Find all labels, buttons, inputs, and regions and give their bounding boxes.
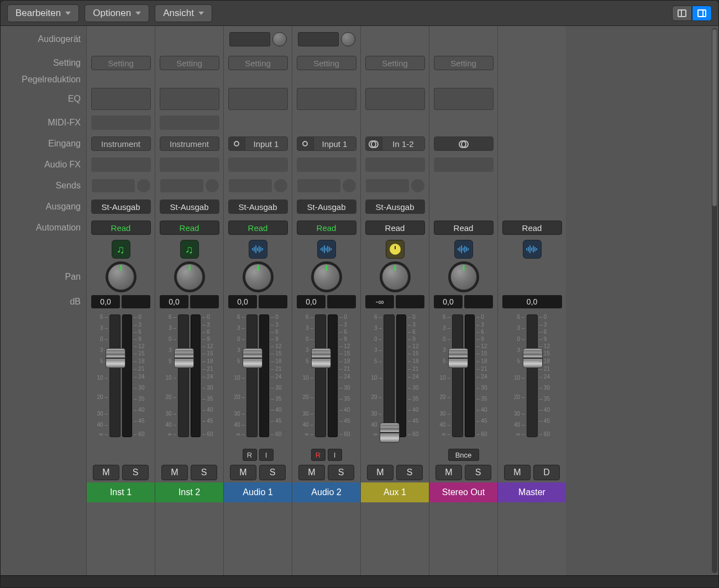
eq-slot[interactable] xyxy=(160,88,219,110)
audio-device-knob[interactable] xyxy=(272,32,287,46)
fader-cap[interactable] xyxy=(448,348,468,368)
view-menu[interactable]: Ansicht xyxy=(155,4,212,22)
track-type-icon[interactable] xyxy=(454,240,473,259)
mute-button[interactable]: M xyxy=(230,465,256,480)
setting-button[interactable]: Setting xyxy=(160,56,219,70)
audiofx-slot[interactable] xyxy=(297,158,356,172)
db-peak[interactable] xyxy=(464,295,493,308)
track-type-icon[interactable] xyxy=(523,240,542,259)
automation-mode-button[interactable]: Read xyxy=(434,221,494,235)
input-instrument-button[interactable]: Instrument xyxy=(160,136,219,151)
eq-slot[interactable] xyxy=(365,88,425,110)
track-type-icon[interactable]: ♫ xyxy=(180,240,199,259)
output-button[interactable]: St-Ausgab xyxy=(365,200,425,214)
fader-cap[interactable] xyxy=(174,348,194,368)
bounce-button[interactable]: Bnce xyxy=(448,449,479,461)
input-instrument-button[interactable]: Instrument xyxy=(91,136,151,151)
automation-mode-button[interactable]: Read xyxy=(228,221,288,235)
edit-menu[interactable]: Bearbeiten xyxy=(7,4,79,22)
automation-mode-button[interactable]: Read xyxy=(365,221,425,235)
fader-cap[interactable] xyxy=(380,423,400,443)
audio-device-slot[interactable] xyxy=(229,32,270,46)
setting-button[interactable]: Setting xyxy=(91,56,151,70)
pan-knob[interactable] xyxy=(176,264,203,290)
db-peak[interactable] xyxy=(396,295,424,308)
channel-name-label[interactable]: Master xyxy=(498,482,566,502)
db-value[interactable]: 0,0 xyxy=(160,295,188,308)
channel-name-label[interactable]: Inst 2 xyxy=(155,482,223,502)
fader-track[interactable] xyxy=(527,314,538,437)
track-type-icon[interactable] xyxy=(249,240,267,259)
setting-button[interactable]: Setting xyxy=(297,56,356,70)
send-slot[interactable] xyxy=(366,179,409,192)
automation-mode-button[interactable]: Read xyxy=(502,221,562,235)
input-button[interactable]: Input 1 xyxy=(228,136,288,151)
solo-button[interactable]: S xyxy=(122,465,149,480)
record-enable-button[interactable]: R xyxy=(311,449,326,461)
audiofx-slot[interactable] xyxy=(91,158,151,172)
options-menu[interactable]: Optionen xyxy=(85,4,149,22)
eq-slot[interactable] xyxy=(228,88,288,110)
channel-name-label[interactable]: Aux 1 xyxy=(361,482,429,502)
fader-track[interactable] xyxy=(246,314,258,437)
record-enable-button[interactable]: R xyxy=(243,449,257,461)
audiofx-slot[interactable] xyxy=(365,158,425,172)
output-button[interactable]: St-Ausgab xyxy=(228,200,288,214)
pan-knob[interactable] xyxy=(450,264,477,290)
solo-button[interactable]: S xyxy=(259,465,286,480)
track-type-icon[interactable] xyxy=(317,240,336,259)
send-slot[interactable] xyxy=(297,179,340,192)
fader-track[interactable] xyxy=(178,314,189,437)
midifx-slot[interactable] xyxy=(160,116,219,130)
automation-mode-button[interactable]: Read xyxy=(297,221,356,235)
fader-cap[interactable] xyxy=(311,348,331,368)
input-monitor-button[interactable]: I xyxy=(259,449,274,461)
send-knob[interactable] xyxy=(137,179,150,192)
db-value[interactable]: 0,0 xyxy=(91,295,120,308)
send-slot[interactable] xyxy=(92,179,135,192)
channel-name-label[interactable]: Inst 1 xyxy=(87,482,155,502)
audiofx-slot[interactable] xyxy=(228,158,288,172)
output-button[interactable]: St-Ausgab xyxy=(297,200,356,214)
vertical-scrollbar[interactable] xyxy=(712,28,717,573)
db-value[interactable]: 0,0 xyxy=(434,295,463,308)
eq-slot[interactable] xyxy=(91,88,151,110)
automation-mode-button[interactable]: Read xyxy=(91,221,151,235)
track-type-icon[interactable]: ♫ xyxy=(112,240,130,259)
db-value[interactable]: 0,0 xyxy=(297,295,326,308)
pan-knob[interactable] xyxy=(313,264,340,290)
send-knob[interactable] xyxy=(411,179,424,192)
solo-button[interactable]: S xyxy=(328,465,354,480)
mute-button[interactable]: M xyxy=(367,465,393,480)
audiofx-slot[interactable] xyxy=(434,158,494,172)
solo-button[interactable]: S xyxy=(396,465,423,480)
fader-track[interactable] xyxy=(452,314,463,437)
mute-button[interactable]: M xyxy=(161,465,188,480)
solo-button[interactable]: S xyxy=(191,465,217,480)
view-narrow-button[interactable] xyxy=(672,6,692,21)
input-button[interactable]: In 1-2 xyxy=(365,136,425,151)
send-slot[interactable] xyxy=(160,179,203,192)
send-knob[interactable] xyxy=(274,179,287,192)
view-wide-button[interactable] xyxy=(692,6,712,21)
input-button[interactable]: Input 1 xyxy=(297,136,356,151)
send-knob[interactable] xyxy=(206,179,219,192)
input-monitor-button[interactable]: I xyxy=(328,449,342,461)
audio-device-slot[interactable] xyxy=(298,32,339,46)
channel-name-label[interactable]: Audio 1 xyxy=(224,482,292,502)
fader-cap[interactable] xyxy=(106,348,125,368)
automation-mode-button[interactable]: Read xyxy=(160,221,219,235)
db-peak[interactable] xyxy=(327,295,356,308)
stereo-format-button[interactable] xyxy=(434,136,494,151)
fader-track[interactable] xyxy=(315,314,326,437)
db-peak[interactable] xyxy=(259,295,287,308)
audio-device-knob[interactable] xyxy=(341,32,355,46)
output-button[interactable]: St-Ausgab xyxy=(160,200,219,214)
eq-slot[interactable] xyxy=(434,88,494,110)
send-knob[interactable] xyxy=(343,179,356,192)
db-peak[interactable] xyxy=(122,295,150,308)
mute-button[interactable]: M xyxy=(435,465,462,480)
fader-track[interactable] xyxy=(109,314,120,437)
setting-button[interactable]: Setting xyxy=(228,56,288,70)
setting-button[interactable]: Setting xyxy=(365,56,425,70)
